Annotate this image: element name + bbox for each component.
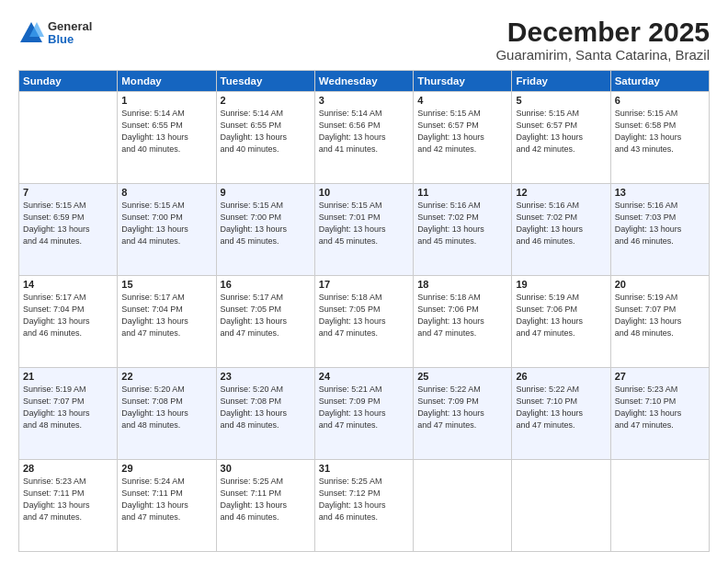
day-number: 16 [221,279,311,290]
calendar-cell: 15Sunrise: 5:17 AM Sunset: 7:04 PM Dayli… [118,276,216,368]
calendar-cell: 4Sunrise: 5:15 AM Sunset: 6:57 PM Daylig… [414,92,512,184]
day-info: Sunrise: 5:22 AM Sunset: 7:10 PM Dayligh… [516,384,606,431]
calendar-cell: 25Sunrise: 5:22 AM Sunset: 7:09 PM Dayli… [414,368,512,460]
day-number: 17 [319,279,409,290]
calendar-week-row: 14Sunrise: 5:17 AM Sunset: 7:04 PM Dayli… [19,276,710,368]
calendar-cell: 23Sunrise: 5:20 AM Sunset: 7:08 PM Dayli… [216,368,314,460]
calendar-cell: 5Sunrise: 5:15 AM Sunset: 6:57 PM Daylig… [512,92,610,184]
day-number: 30 [221,463,311,474]
logo-text: General Blue [48,20,92,47]
day-number: 18 [417,279,507,290]
calendar-cell: 3Sunrise: 5:14 AM Sunset: 6:56 PM Daylig… [314,92,413,184]
day-info: Sunrise: 5:19 AM Sunset: 7:07 PM Dayligh… [23,384,113,431]
weekday-header: Friday [512,71,610,92]
weekday-header: Monday [118,71,216,92]
calendar-cell [19,92,118,184]
day-number: 15 [121,279,211,290]
calendar-cell [512,460,610,552]
calendar-cell: 6Sunrise: 5:15 AM Sunset: 6:58 PM Daylig… [610,92,709,184]
weekday-header: Thursday [414,71,512,92]
day-number: 8 [121,187,211,198]
day-number: 5 [516,95,606,106]
day-number: 7 [23,187,113,198]
day-number: 12 [516,187,606,198]
page-title: December 2025 [495,17,710,47]
calendar-cell: 2Sunrise: 5:14 AM Sunset: 6:55 PM Daylig… [216,92,314,184]
weekday-header: Sunday [19,71,118,92]
day-info: Sunrise: 5:15 AM Sunset: 6:57 PM Dayligh… [417,108,507,155]
logo-general: General [48,20,92,33]
calendar-cell: 20Sunrise: 5:19 AM Sunset: 7:07 PM Dayli… [610,276,709,368]
day-number: 26 [516,371,606,382]
day-info: Sunrise: 5:19 AM Sunset: 7:06 PM Dayligh… [516,292,606,339]
day-info: Sunrise: 5:25 AM Sunset: 7:12 PM Dayligh… [319,476,409,523]
calendar-week-row: 28Sunrise: 5:23 AM Sunset: 7:11 PM Dayli… [19,460,710,552]
weekday-header: Saturday [610,71,709,92]
day-info: Sunrise: 5:14 AM Sunset: 6:55 PM Dayligh… [121,108,211,155]
day-info: Sunrise: 5:15 AM Sunset: 6:59 PM Dayligh… [23,200,113,247]
calendar-week-row: 21Sunrise: 5:19 AM Sunset: 7:07 PM Dayli… [19,368,710,460]
day-number: 21 [23,371,113,382]
calendar-cell: 31Sunrise: 5:25 AM Sunset: 7:12 PM Dayli… [314,460,413,552]
day-number: 9 [221,187,311,198]
logo-icon [18,20,44,46]
day-info: Sunrise: 5:17 AM Sunset: 7:04 PM Dayligh… [23,292,113,339]
day-number: 2 [221,95,311,106]
calendar-cell [414,460,512,552]
day-info: Sunrise: 5:16 AM Sunset: 7:02 PM Dayligh… [516,200,606,247]
calendar-cell: 7Sunrise: 5:15 AM Sunset: 6:59 PM Daylig… [19,184,118,276]
day-info: Sunrise: 5:21 AM Sunset: 7:09 PM Dayligh… [319,384,409,431]
day-info: Sunrise: 5:25 AM Sunset: 7:11 PM Dayligh… [221,476,311,523]
calendar-cell: 29Sunrise: 5:24 AM Sunset: 7:11 PM Dayli… [118,460,216,552]
day-info: Sunrise: 5:23 AM Sunset: 7:11 PM Dayligh… [23,476,113,523]
day-number: 24 [319,371,409,382]
day-info: Sunrise: 5:23 AM Sunset: 7:10 PM Dayligh… [615,384,705,431]
calendar-cell: 1Sunrise: 5:14 AM Sunset: 6:55 PM Daylig… [118,92,216,184]
calendar-cell: 14Sunrise: 5:17 AM Sunset: 7:04 PM Dayli… [19,276,118,368]
day-number: 6 [615,95,705,106]
calendar-table: SundayMondayTuesdayWednesdayThursdayFrid… [18,70,710,552]
calendar-cell [610,460,709,552]
calendar-cell: 27Sunrise: 5:23 AM Sunset: 7:10 PM Dayli… [610,368,709,460]
calendar-cell: 26Sunrise: 5:22 AM Sunset: 7:10 PM Dayli… [512,368,610,460]
title-block: December 2025 Guaramirim, Santa Catarina… [495,17,710,63]
day-info: Sunrise: 5:14 AM Sunset: 6:55 PM Dayligh… [221,108,311,155]
calendar-cell: 8Sunrise: 5:15 AM Sunset: 7:00 PM Daylig… [118,184,216,276]
day-number: 19 [516,279,606,290]
calendar-cell: 30Sunrise: 5:25 AM Sunset: 7:11 PM Dayli… [216,460,314,552]
day-number: 3 [319,95,409,106]
day-number: 14 [23,279,113,290]
calendar-cell: 22Sunrise: 5:20 AM Sunset: 7:08 PM Dayli… [118,368,216,460]
calendar-cell: 16Sunrise: 5:17 AM Sunset: 7:05 PM Dayli… [216,276,314,368]
calendar-cell: 17Sunrise: 5:18 AM Sunset: 7:05 PM Dayli… [314,276,413,368]
logo: General Blue [18,20,92,47]
calendar-cell: 28Sunrise: 5:23 AM Sunset: 7:11 PM Dayli… [19,460,118,552]
day-number: 4 [417,95,507,106]
day-info: Sunrise: 5:18 AM Sunset: 7:06 PM Dayligh… [417,292,507,339]
day-number: 29 [121,463,211,474]
day-info: Sunrise: 5:24 AM Sunset: 7:11 PM Dayligh… [121,476,211,523]
day-number: 1 [121,95,211,106]
day-info: Sunrise: 5:15 AM Sunset: 6:58 PM Dayligh… [615,108,705,155]
day-info: Sunrise: 5:16 AM Sunset: 7:02 PM Dayligh… [417,200,507,247]
day-info: Sunrise: 5:15 AM Sunset: 7:01 PM Dayligh… [319,200,409,247]
calendar-header-row: SundayMondayTuesdayWednesdayThursdayFrid… [19,71,710,92]
day-info: Sunrise: 5:15 AM Sunset: 7:00 PM Dayligh… [121,200,211,247]
day-number: 31 [319,463,409,474]
day-number: 11 [417,187,507,198]
calendar-cell: 12Sunrise: 5:16 AM Sunset: 7:02 PM Dayli… [512,184,610,276]
day-info: Sunrise: 5:20 AM Sunset: 7:08 PM Dayligh… [221,384,311,431]
day-info: Sunrise: 5:15 AM Sunset: 7:00 PM Dayligh… [221,200,311,247]
day-info: Sunrise: 5:14 AM Sunset: 6:56 PM Dayligh… [319,108,409,155]
day-number: 20 [615,279,705,290]
day-info: Sunrise: 5:19 AM Sunset: 7:07 PM Dayligh… [615,292,705,339]
weekday-header: Tuesday [216,71,314,92]
day-number: 10 [319,187,409,198]
calendar-cell: 19Sunrise: 5:19 AM Sunset: 7:06 PM Dayli… [512,276,610,368]
calendar-cell: 18Sunrise: 5:18 AM Sunset: 7:06 PM Dayli… [414,276,512,368]
day-info: Sunrise: 5:18 AM Sunset: 7:05 PM Dayligh… [319,292,409,339]
day-number: 22 [121,371,211,382]
calendar-cell: 21Sunrise: 5:19 AM Sunset: 7:07 PM Dayli… [19,368,118,460]
day-info: Sunrise: 5:15 AM Sunset: 6:57 PM Dayligh… [516,108,606,155]
calendar-week-row: 7Sunrise: 5:15 AM Sunset: 6:59 PM Daylig… [19,184,710,276]
